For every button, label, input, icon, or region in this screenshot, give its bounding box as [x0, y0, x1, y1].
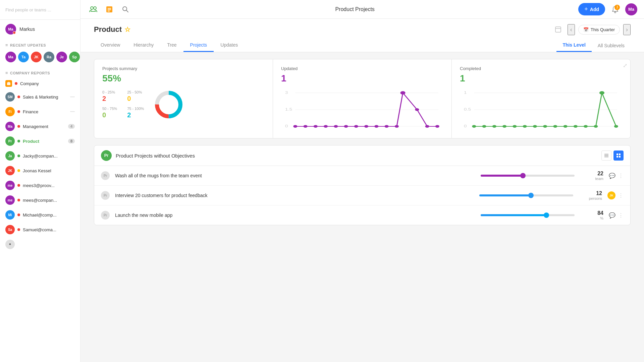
project-name-wash: Wash all of the mugs from the team event — [115, 173, 475, 178]
user-avatar-nav[interactable]: Ma — [625, 3, 637, 15]
table-row: Pr Wash all of the mugs from the team ev… — [94, 166, 630, 186]
progress-thumb-launch[interactable] — [544, 213, 549, 218]
more-icon-wash[interactable]: ⋮ — [618, 173, 624, 179]
management-avatar: Ma — [5, 122, 15, 131]
checklist-icon-btn[interactable] — [103, 3, 115, 15]
avatar-je[interactable]: Je — [56, 52, 67, 62]
grid-view-btn[interactable] — [613, 150, 624, 161]
avatar-ra[interactable]: Ra — [44, 52, 54, 62]
sidebar-search-area[interactable]: Find people or teams ... — [0, 0, 80, 20]
product-dot — [17, 140, 20, 142]
donut-25-50: 25 - 50% 0 — [127, 90, 144, 103]
sidebar-item-sales[interactable]: SM Sales & Marketing — [0, 89, 80, 104]
nav-tabs: Overview Hierarchy Tree Projects Updates — [94, 39, 245, 52]
product-title: Product ☆ — [94, 25, 130, 34]
sidebar-item-michael[interactable]: Mi Michael@comp... — [0, 207, 80, 222]
project-name-launch: Launch the new mobile app — [115, 213, 475, 218]
progress-fill-interview — [479, 194, 531, 196]
avatar-ma[interactable]: Ma — [5, 52, 16, 62]
progress-bar-interview[interactable] — [479, 194, 573, 196]
sidebar-item-jacky[interactable]: Ja Jacky@compan... — [0, 148, 80, 163]
recent-avatars-row: Ma Ta JK Ra Je Sp — [0, 50, 80, 66]
more-icon-interview[interactable]: ⋮ — [618, 192, 624, 199]
sidebar-item-finance[interactable]: Fi Finance — [0, 104, 80, 119]
project-meta-label-wash: team — [580, 177, 603, 181]
add-button-label: Add — [590, 7, 599, 12]
people-teams-icon-btn[interactable] — [87, 3, 99, 15]
notifications-bell-btn[interactable]: 3 — [609, 3, 621, 15]
avatar-jk[interactable]: JK — [31, 52, 42, 62]
product-header: Product ☆ ‹ 📅 This Quarter — [80, 19, 644, 52]
sidebar-item-michael-label: Michael@comp... — [23, 213, 75, 218]
search-placeholder: Find people or teams ... — [5, 7, 51, 12]
progress-bar-launch[interactable] — [481, 214, 575, 216]
svg-text:1: 1 — [464, 91, 467, 95]
markus-row[interactable]: Ma Markus — [0, 20, 80, 39]
svg-point-32 — [385, 125, 389, 128]
search-icon-btn[interactable] — [119, 3, 131, 15]
expand-icon[interactable]: ⤢ — [623, 62, 627, 69]
quarter-selector-btn[interactable]: 📅 This Quarter — [578, 25, 620, 35]
svg-point-35 — [415, 108, 419, 111]
scroll-area[interactable]: Projects summary 55% 0 - 25% 2 25 - 50% — [80, 52, 644, 362]
list-view-btn[interactable] — [601, 150, 611, 161]
tab-hierarchy[interactable]: Hierarchy — [127, 39, 160, 52]
projects-list-header: Pr Product Projects without Objectives — [94, 145, 630, 166]
pr-badge-interview: Pr — [101, 191, 110, 200]
prev-arrow-btn[interactable]: ‹ — [568, 24, 575, 35]
donut-50-75: 50 - 75% 0 — [102, 107, 119, 119]
finance-badge — [70, 111, 75, 112]
avatar-ta[interactable]: Ta — [18, 52, 29, 62]
project-meta-num-launch: 84 — [580, 210, 603, 216]
more-icon-launch[interactable]: ⋮ — [618, 212, 624, 219]
project-actions-launch: 💬 ⋮ — [609, 212, 624, 219]
sidebar-item-more[interactable]: • — [0, 237, 80, 252]
pr-badge-launch: Pr — [101, 211, 110, 220]
add-button[interactable]: + Add — [578, 3, 605, 15]
progress-fill-wash — [481, 175, 523, 177]
share-icon-btn[interactable] — [552, 23, 564, 36]
svg-point-52 — [553, 125, 557, 128]
sidebar-item-company[interactable]: Company — [0, 77, 80, 89]
comment-icon-launch[interactable]: 💬 — [609, 212, 615, 219]
progress-thumb-wash[interactable] — [520, 173, 526, 178]
avatar-sp[interactable]: Sp — [69, 52, 80, 62]
tab-overview[interactable]: Overview — [94, 39, 127, 52]
svg-point-45 — [482, 125, 486, 128]
markus-avatar: Ma — [5, 24, 16, 35]
level-tab-all-sublevels[interactable]: All Sublevels — [592, 40, 631, 52]
svg-point-49 — [523, 125, 527, 128]
progress-bar-wash[interactable] — [481, 175, 575, 177]
pr-badge-wash: Pr — [101, 171, 110, 180]
main-area: Product Projects + Add 3 Ma Product — [80, 0, 644, 362]
sidebar-item-mees[interactable]: me mees@compan... — [0, 193, 80, 207]
comment-avatar-jk[interactable]: JK — [607, 191, 615, 199]
sidebar-item-samuel[interactable]: Sa Samuel@coma... — [0, 222, 80, 237]
sidebar-item-joonas[interactable]: JK Joonas Kessel — [0, 163, 80, 178]
favorite-star-icon[interactable]: ☆ — [124, 25, 130, 34]
projects-list-title: Product Projects without Objectives — [116, 153, 597, 159]
company-icon — [5, 80, 12, 87]
tab-projects[interactable]: Projects — [183, 39, 214, 52]
progress-fill-launch — [481, 214, 546, 216]
product-badge: 8 — [68, 139, 75, 143]
stat-completed-count: 1 — [460, 73, 622, 84]
svg-point-58 — [614, 125, 618, 128]
sidebar-item-product[interactable]: Pr Product 8 — [0, 134, 80, 148]
tab-updates[interactable]: Updates — [214, 39, 245, 52]
completed-line-chart: 1 0.5 0 — [460, 88, 622, 131]
svg-text:0: 0 — [464, 124, 467, 128]
next-arrow-btn[interactable]: › — [623, 24, 631, 35]
level-tab-this-level[interactable]: This Level — [556, 39, 591, 52]
sidebar-item-mees3[interactable]: me mees3@proov... — [0, 178, 80, 193]
comment-icon-wash[interactable]: 💬 — [609, 173, 615, 179]
stat-updated-title: Updated — [281, 66, 443, 71]
projects-section-avatar: Pr — [101, 150, 112, 161]
svg-point-50 — [533, 125, 537, 128]
svg-rect-12 — [555, 27, 561, 32]
sidebar-item-management[interactable]: Ma Management 4 — [0, 119, 80, 134]
product-title-text: Product — [94, 25, 122, 34]
svg-point-57 — [599, 91, 604, 95]
progress-thumb-interview[interactable] — [528, 193, 534, 198]
tab-tree[interactable]: Tree — [160, 39, 183, 52]
